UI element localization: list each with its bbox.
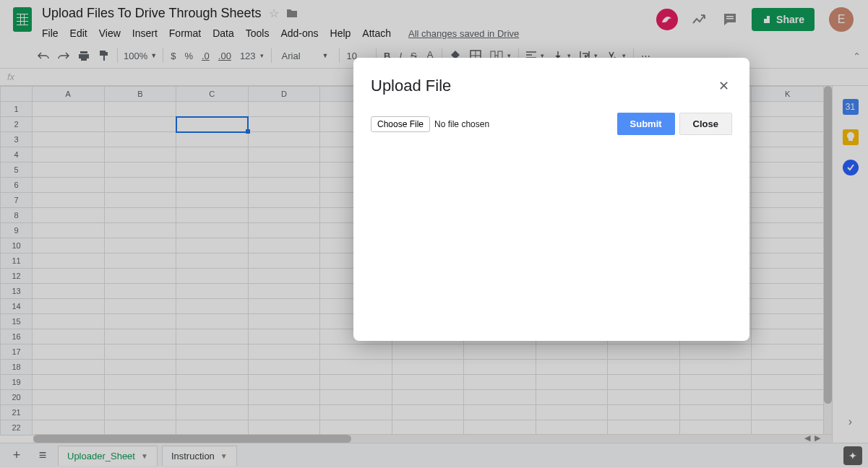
dialog-close-icon[interactable]: ✕ [716,75,732,97]
close-button[interactable]: Close [679,113,732,135]
file-chosen-label: No file chosen [434,119,489,129]
dialog-title: Upload File [371,77,451,95]
upload-file-dialog: Upload File ✕ Choose File No file chosen… [353,58,749,341]
choose-file-button[interactable]: Choose File [371,116,430,132]
submit-button[interactable]: Submit [617,113,675,135]
